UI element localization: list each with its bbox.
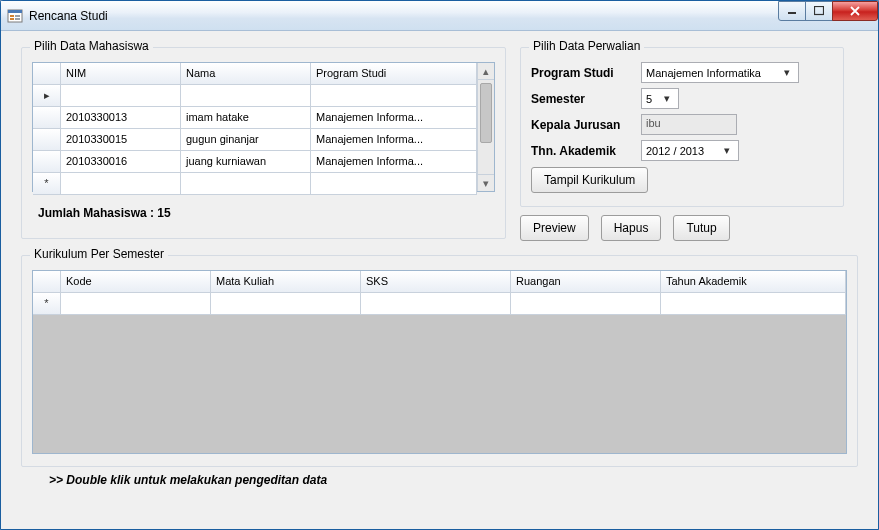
scroll-thumb[interactable] bbox=[480, 83, 492, 143]
minimize-button[interactable] bbox=[778, 1, 806, 21]
cell-nama[interactable]: raden argo bbox=[181, 85, 311, 107]
col-header-ruangan[interactable]: Ruangan bbox=[511, 271, 661, 293]
col-header-kode[interactable]: Kode bbox=[61, 271, 211, 293]
groupbox-kurikulum: Kurikulum Per Semester Kode Mata Kuliah … bbox=[21, 255, 858, 467]
field-kajur: ibu bbox=[641, 114, 737, 135]
titlebar[interactable]: Rencana Studi bbox=[1, 1, 878, 31]
chevron-down-icon: ▾ bbox=[780, 66, 794, 79]
window-frame: Rencana Studi Pilih Data Mahasiswa bbox=[0, 0, 879, 530]
table-row[interactable]: 2010330015 gugun ginanjar Manajemen Info… bbox=[33, 129, 477, 151]
table-row[interactable]: 2010330013 imam hatake Manajemen Informa… bbox=[33, 107, 477, 129]
legend-mahasiswa: Pilih Data Mahasiswa bbox=[30, 39, 153, 53]
close-button[interactable] bbox=[832, 1, 878, 21]
label-semester: Semester bbox=[531, 92, 641, 106]
svg-rect-4 bbox=[15, 15, 20, 17]
vertical-scrollbar[interactable]: ▴ ▾ bbox=[477, 63, 494, 191]
hapus-button[interactable]: Hapus bbox=[601, 215, 662, 241]
scroll-up-icon[interactable]: ▴ bbox=[478, 63, 494, 80]
col-header-nim[interactable]: NIM bbox=[61, 63, 181, 85]
new-row[interactable]: * bbox=[33, 173, 477, 195]
cell-prodi[interactable]: Manajemen Informa... bbox=[311, 129, 477, 151]
cell-nama[interactable]: imam hatake bbox=[181, 107, 311, 129]
grid-empty-area bbox=[33, 315, 846, 453]
col-header-mk[interactable]: Mata Kuliah bbox=[211, 271, 361, 293]
window-title: Rencana Studi bbox=[29, 9, 108, 23]
groupbox-perwalian: Pilih Data Perwalian Program Studi Manaj… bbox=[520, 47, 844, 207]
new-row-icon: * bbox=[33, 173, 61, 195]
cell-nim[interactable]: 2010330016 bbox=[61, 151, 181, 173]
legend-kurikulum: Kurikulum Per Semester bbox=[30, 247, 168, 261]
col-header-prodi[interactable]: Program Studi bbox=[311, 63, 477, 85]
cell-nim[interactable]: 2010330012 bbox=[61, 85, 181, 107]
table-row[interactable]: 2010330016 juang kurniawan Manajemen Inf… bbox=[33, 151, 477, 173]
client-area: Pilih Data Mahasiswa NIM Nama Program St… bbox=[1, 31, 878, 529]
tampil-kurikulum-button[interactable]: Tampil Kurikulum bbox=[531, 167, 648, 193]
col-header-nama[interactable]: Nama bbox=[181, 63, 311, 85]
chevron-down-icon: ▾ bbox=[720, 144, 734, 157]
label-kajur: Kepala Jurusan bbox=[531, 118, 641, 132]
cell-prodi[interactable]: Manajemen Informa... bbox=[311, 107, 477, 129]
hint-text: >> Double klik untuk melakukan pengedita… bbox=[21, 473, 858, 487]
cell-nim[interactable]: 2010330015 bbox=[61, 129, 181, 151]
chevron-down-icon: ▾ bbox=[660, 92, 674, 105]
svg-rect-6 bbox=[788, 12, 796, 14]
combo-prodi[interactable]: Manajemen Informatika ▾ bbox=[641, 62, 799, 83]
svg-rect-3 bbox=[10, 18, 14, 20]
count-label: Jumlah Mahasiswa : 15 bbox=[32, 206, 495, 220]
combo-semester[interactable]: 5 ▾ bbox=[641, 88, 679, 109]
row-indicator-icon: ▸ bbox=[33, 85, 61, 107]
col-header-tahun[interactable]: Tahun Akademik bbox=[661, 271, 846, 293]
combo-semester-value: 5 bbox=[646, 93, 652, 105]
corner-cell bbox=[33, 271, 61, 293]
datagrid-kurikulum[interactable]: Kode Mata Kuliah SKS Ruangan Tahun Akade… bbox=[32, 270, 847, 454]
col-header-sks[interactable]: SKS bbox=[361, 271, 511, 293]
svg-rect-1 bbox=[8, 10, 22, 13]
datagrid-mahasiswa[interactable]: NIM Nama Program Studi ▸ 2010330012 rade… bbox=[32, 62, 495, 192]
groupbox-mahasiswa: Pilih Data Mahasiswa NIM Nama Program St… bbox=[21, 47, 506, 239]
combo-tahun-value: 2012 / 2013 bbox=[646, 145, 704, 157]
datagrid-header-row: Kode Mata Kuliah SKS Ruangan Tahun Akade… bbox=[33, 271, 846, 293]
datagrid-header-row: NIM Nama Program Studi bbox=[33, 63, 477, 85]
preview-button[interactable]: Preview bbox=[520, 215, 589, 241]
combo-prodi-value: Manajemen Informatika bbox=[646, 67, 761, 79]
new-row[interactable]: * bbox=[33, 293, 846, 315]
svg-rect-7 bbox=[815, 7, 824, 15]
table-row[interactable]: ▸ 2010330012 raden argo Manajemen Inform… bbox=[33, 85, 477, 107]
label-prodi: Program Studi bbox=[531, 66, 641, 80]
svg-rect-2 bbox=[10, 15, 14, 17]
cell-nama[interactable]: gugun ginanjar bbox=[181, 129, 311, 151]
cell-nama[interactable]: juang kurniawan bbox=[181, 151, 311, 173]
new-row-icon: * bbox=[33, 293, 61, 315]
svg-rect-5 bbox=[15, 18, 20, 20]
maximize-button[interactable] bbox=[805, 1, 833, 21]
app-icon bbox=[7, 8, 23, 24]
tutup-button[interactable]: Tutup bbox=[673, 215, 729, 241]
legend-perwalian: Pilih Data Perwalian bbox=[529, 39, 644, 53]
cell-prodi[interactable]: Manajemen Informa... bbox=[311, 151, 477, 173]
corner-cell bbox=[33, 63, 61, 85]
scroll-down-icon[interactable]: ▾ bbox=[478, 174, 494, 191]
label-tahun: Thn. Akademik bbox=[531, 144, 641, 158]
cell-nim[interactable]: 2010330013 bbox=[61, 107, 181, 129]
cell-prodi[interactable]: Manajemen Informa... bbox=[311, 85, 477, 107]
combo-tahun[interactable]: 2012 / 2013 ▾ bbox=[641, 140, 739, 161]
